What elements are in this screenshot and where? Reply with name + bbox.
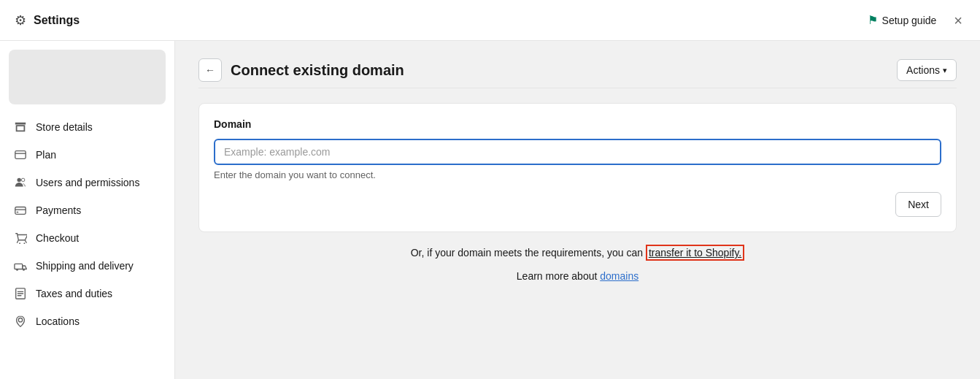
checkout-icon [14,231,27,245]
svg-rect-0 [15,151,26,159]
close-button[interactable]: × [951,10,965,31]
locations-icon [14,315,27,328]
store-icon [14,120,27,134]
svg-point-5 [19,242,20,244]
card-footer: Next [214,192,941,217]
svg-point-9 [23,269,25,271]
settings-gear-icon: ⚙ [15,12,26,28]
shipping-icon [14,259,27,272]
learn-more-prefix: Learn more about [517,270,598,282]
svg-point-1 [18,178,21,182]
svg-point-2 [21,178,24,182]
sidebar-item-taxes[interactable]: Taxes and duties [0,280,174,307]
sidebar-label-plan: Plan [36,149,56,161]
header-divider [198,88,957,88]
sidebar-item-plan[interactable]: Plan [0,141,174,169]
sidebar-label-checkout: Checkout [36,232,79,244]
next-button[interactable]: Next [895,192,941,217]
input-hint: Enter the domain you want to connect. [214,169,941,180]
transfer-text: Or, if your domain meets the requirement… [198,247,957,259]
main-content: ← Connect existing domain Actions ▾ Doma… [175,41,980,379]
back-button[interactable]: ← [198,58,222,82]
transfer-link[interactable]: transfer it to Shopify. [646,245,744,261]
sidebar-label-taxes: Taxes and duties [36,288,112,299]
setup-guide-button[interactable]: ⚑ Setup guide [868,13,937,27]
plan-icon [14,148,27,161]
top-header: ⚙ Settings ⚑ Setup guide × [0,0,980,41]
sidebar-item-checkout[interactable]: Checkout [0,224,174,252]
svg-rect-3 [15,207,26,215]
domain-input[interactable] [214,139,941,165]
svg-point-6 [24,242,26,244]
sidebar-item-shipping[interactable]: Shipping and delivery [0,252,174,280]
main-layout: Store details Plan Users and permissions [0,41,980,379]
sidebar-item-payments[interactable]: Payments [0,196,174,224]
flag-icon: ⚑ [868,13,878,27]
store-avatar [9,50,166,104]
actions-button[interactable]: Actions ▾ [897,59,957,81]
domains-link[interactable]: domains [600,270,638,282]
actions-label: Actions [906,64,940,76]
header-right: ⚑ Setup guide × [868,10,965,31]
page-header: ← Connect existing domain Actions ▾ [198,58,957,82]
domain-label: Domain [214,118,941,130]
payments-icon [14,204,27,217]
sidebar-item-store-details[interactable]: Store details [0,113,174,141]
setup-guide-label: Setup guide [882,15,937,26]
sidebar-label-locations: Locations [36,315,80,327]
sidebar-item-users-permissions[interactable]: Users and permissions [0,169,174,196]
app-title: Settings [34,14,80,27]
sidebar-label-users: Users and permissions [36,177,139,188]
transfer-prefix: Or, if your domain meets the requirement… [411,247,643,259]
sidebar-label-payments: Payments [36,204,81,216]
sidebar-label-shipping: Shipping and delivery [36,260,134,272]
learn-more: Learn more about domains [198,270,957,282]
svg-point-11 [18,318,22,322]
svg-rect-7 [15,264,23,269]
domain-card: Domain Enter the domain you want to conn… [198,103,957,232]
svg-point-8 [16,269,18,271]
page-title: Connect existing domain [231,62,404,79]
page-header-left: ← Connect existing domain [198,58,404,82]
taxes-icon [14,287,27,300]
sidebar-label-store-details: Store details [36,121,93,133]
svg-rect-4 [17,212,19,213]
sidebar: Store details Plan Users and permissions [0,41,175,379]
users-icon [14,176,27,189]
header-left: ⚙ Settings [15,12,80,28]
chevron-down-icon: ▾ [943,66,947,75]
sidebar-item-locations[interactable]: Locations [0,307,174,335]
